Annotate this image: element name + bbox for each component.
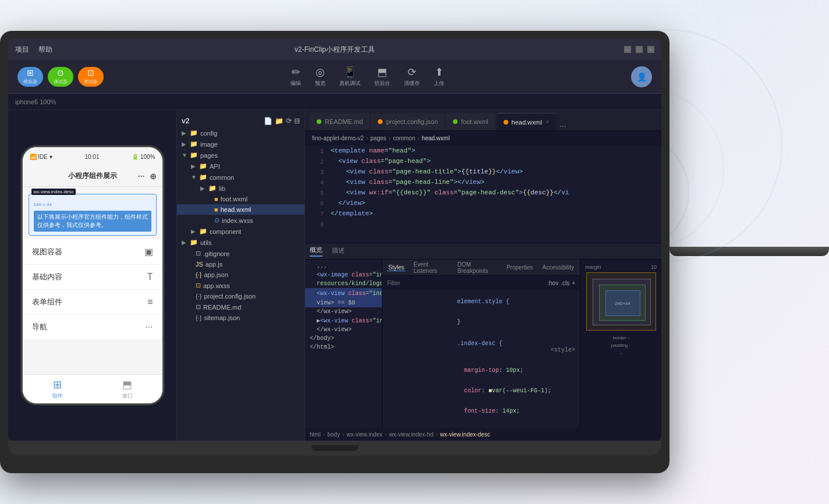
- tree-folder-utils[interactable]: ▶ 📁 utils: [177, 237, 304, 248]
- highlight-class-label: wx-view.index-desc: [31, 189, 76, 195]
- edit-icon: ✏: [292, 66, 300, 79]
- tree-file-app-js[interactable]: JS app.js: [177, 259, 304, 269]
- refresh-icon[interactable]: ⟳: [286, 117, 292, 125]
- cls-button[interactable]: .cls: [561, 280, 569, 286]
- tree-file-app-json[interactable]: {·} app.json: [177, 269, 304, 280]
- html-tree[interactable]: ... <wx-image class="index-logo" src="..…: [305, 260, 382, 428]
- folder-label: API: [210, 163, 220, 170]
- phone-frame: 📶 IDE ▾ 10:01 🔋 100% 小程序组件展示 ··· ⊕: [23, 147, 162, 403]
- upload-tool[interactable]: ⬆ 上传: [434, 66, 444, 87]
- tree-folder-common[interactable]: ▼ 📁 common: [177, 172, 304, 183]
- list-item-nav[interactable]: 导航 ···: [23, 315, 162, 340]
- code-line-2: 2 <view class="page-head">: [305, 158, 661, 168]
- more-icon[interactable]: ···: [138, 172, 145, 181]
- list-item-basic-content[interactable]: 基础内容 T: [23, 265, 162, 290]
- styles-filter-bar: :hov .cls +: [382, 276, 580, 290]
- preview-tool[interactable]: ◎ 预览: [315, 66, 325, 87]
- html-tree-line: ▶<wx-view class="index-bd">...</wx-view>: [305, 316, 382, 325]
- cache-tool[interactable]: ⟳ 清缓存: [404, 66, 420, 87]
- list-item-form[interactable]: 表单组件 ≡: [23, 290, 162, 315]
- styles-tab-event-listeners[interactable]: Event Listeners: [412, 261, 449, 274]
- title-bar: 项目 帮助 v2-FinClip小程序开发工具 — □ ×: [8, 39, 661, 60]
- user-avatar[interactable]: 👤: [631, 66, 652, 87]
- background-label: 切后台: [374, 80, 390, 87]
- tab-head-wxml[interactable]: head.wxml ×: [497, 113, 556, 130]
- test-button[interactable]: ⊡ 测试集: [78, 67, 104, 87]
- edit-tool[interactable]: ✏ 编辑: [290, 66, 301, 87]
- phone-tab-api[interactable]: ⬒ 接口: [93, 375, 162, 403]
- tree-file-head-wxml[interactable]: ■ head.wxml: [177, 204, 304, 215]
- file-label: app.wxss: [203, 282, 230, 289]
- close-button[interactable]: ×: [647, 46, 654, 53]
- styles-tab-properties[interactable]: Properties: [505, 264, 534, 271]
- path-body[interactable]: body: [327, 431, 340, 438]
- file-tree-icons[interactable]: 📄 📁 ⟳ ⊟: [264, 117, 300, 125]
- style-element-close: }: [387, 313, 575, 332]
- add-style-button[interactable]: +: [572, 280, 575, 286]
- window-controls[interactable]: — □ ×: [624, 46, 654, 53]
- minimize-button[interactable]: —: [624, 46, 631, 53]
- tree-file-readme[interactable]: ⊡ README.md: [177, 301, 304, 313]
- tab-close-icon[interactable]: ×: [545, 119, 549, 125]
- new-folder-icon[interactable]: 📁: [275, 117, 284, 125]
- phone-nav-actions[interactable]: ··· ⊕: [138, 172, 157, 181]
- html-tree-line-active[interactable]: <wx-view class="index-desc">以下将展示小程序官方组件…: [305, 288, 382, 299]
- new-file-icon[interactable]: 📄: [264, 117, 272, 125]
- tree-folder-lib[interactable]: ▶ 📁 lib: [177, 183, 304, 194]
- tree-folder-pages[interactable]: ▼ 📁 pages: [177, 150, 304, 161]
- hov-button[interactable]: :hov: [547, 280, 558, 286]
- path-wx-view-index-desc[interactable]: wx-view.index-desc: [440, 431, 490, 438]
- menu-help[interactable]: 帮助: [38, 45, 52, 55]
- file-tree-panel: v2 📄 📁 ⟳ ⊟ ▶ 📁 config: [177, 110, 305, 441]
- background-icon: ⬒: [377, 66, 387, 79]
- tab-readme[interactable]: README.md: [310, 113, 370, 130]
- devtools-tab-desc[interactable]: 描述: [332, 246, 345, 256]
- file-icon: ⊡: [196, 303, 201, 311]
- tree-file-app-wxss[interactable]: ⊡ app.wxss: [177, 280, 304, 291]
- styles-tab-accessibility[interactable]: Accessibility: [541, 264, 575, 271]
- menu-project[interactable]: 项目: [15, 45, 29, 55]
- simulator-button[interactable]: ⊞ 模拟器: [17, 67, 43, 87]
- maximize-button[interactable]: □: [636, 46, 643, 53]
- path-html[interactable]: html: [310, 431, 321, 438]
- tree-file-gitignore[interactable]: ⊡ .gitignore: [177, 248, 304, 259]
- styles-tab-dom-breakpoints[interactable]: DOM Breakpoints: [456, 261, 498, 274]
- menu-icon[interactable]: ⊕: [150, 172, 157, 181]
- tree-file-sitemap[interactable]: {·} sitemap.json: [177, 313, 304, 323]
- code-line-7: 7 </template>: [305, 210, 661, 221]
- tab-foot-wxml[interactable]: foot.wxml: [446, 113, 495, 130]
- phone-tab-component[interactable]: ⊞ 组件: [23, 375, 93, 403]
- html-tree-line: </wx-view>: [305, 325, 382, 334]
- tree-file-foot-wxml[interactable]: ■ foot.wxml: [177, 194, 304, 204]
- tab-dot: [317, 119, 321, 124]
- background-tool[interactable]: ⬒ 切后台: [374, 66, 390, 87]
- file-tree-root: v2: [182, 117, 189, 125]
- devtools-panel: 概览 描述 ... <wx-image class="index-logo" s…: [305, 243, 661, 441]
- code-editor[interactable]: 1 <template name="head"> 2 <view class="…: [305, 145, 661, 243]
- folder-label: image: [200, 141, 218, 148]
- collapse-icon[interactable]: ⊟: [294, 117, 300, 125]
- debugger-button[interactable]: ⊙ 调试器: [48, 67, 73, 87]
- path-wx-view-index-hd[interactable]: wx-view.index-hd: [389, 431, 433, 438]
- tree-folder-component[interactable]: ▶ 📁 component: [177, 226, 304, 237]
- styles-tab-styles[interactable]: Styles: [387, 264, 405, 271]
- tree-folder-api[interactable]: ▶ 📁 API: [177, 161, 304, 172]
- folder-icon: 📁: [208, 184, 217, 192]
- html-tree-line-active: view> == $0: [305, 299, 382, 307]
- simulator-icon: ⊞: [27, 68, 34, 77]
- breadcrumb-file: head.wxml: [422, 135, 450, 141]
- styles-panel: Styles Event Listeners DOM Breakpoints P…: [382, 260, 580, 428]
- menu-bar[interactable]: 项目 帮助: [15, 45, 52, 55]
- tree-file-index-wxss[interactable]: ⊙ index.wxss: [177, 215, 304, 226]
- path-wx-view-index[interactable]: wx-view.index: [346, 431, 382, 438]
- tab-project-config[interactable]: project.config.json: [371, 113, 445, 130]
- content-size: 240×44: [615, 301, 630, 306]
- tree-folder-image[interactable]: ▶ 📁 image: [177, 139, 304, 150]
- list-item-view-container[interactable]: 视图容器 ▣: [23, 239, 162, 265]
- device-debug-tool[interactable]: 📱 真机调试: [339, 66, 360, 87]
- tree-folder-config[interactable]: ▶ 📁 config: [177, 127, 304, 139]
- tree-file-project-config[interactable]: {·} project.config.json: [177, 291, 304, 301]
- more-tabs-icon[interactable]: ···: [559, 121, 566, 130]
- devtools-tab-overview[interactable]: 概览: [310, 246, 323, 257]
- styles-filter-input[interactable]: [387, 280, 545, 286]
